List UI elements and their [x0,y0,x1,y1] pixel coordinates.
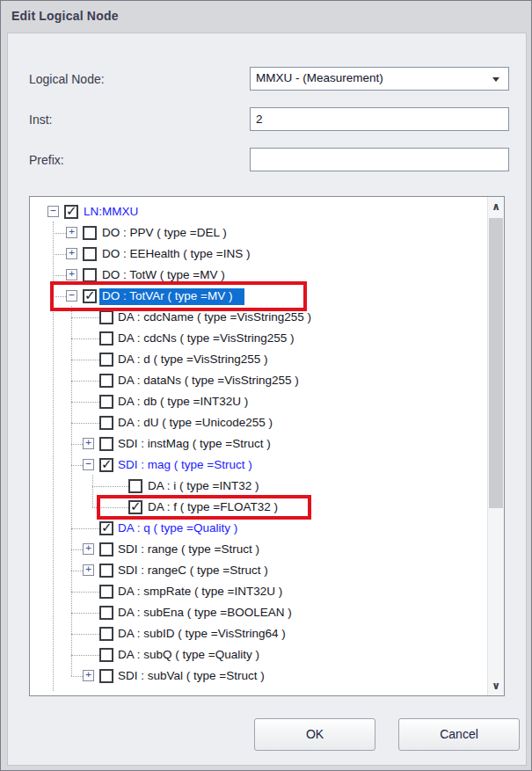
expand-toggle-icon[interactable]: + [66,248,77,259]
tree-row-label[interactable]: DA : smpRate ( type =INT32U ) [118,584,282,600]
checkbox-unchecked[interactable] [99,606,113,620]
checkbox-unchecked[interactable] [99,331,113,345]
tree-row-label[interactable]: SDI : mag ( type =Struct ) [118,457,252,473]
checkbox-unchecked[interactable] [83,247,97,261]
checkbox-checked[interactable] [99,521,113,535]
expand-toggle-icon[interactable]: + [66,269,77,280]
checkbox-unchecked[interactable] [99,395,113,409]
checkbox-unchecked[interactable] [83,226,97,240]
tree-row-label[interactable]: DO : PPV ( type =DEL ) [102,225,227,241]
prefix-field[interactable] [250,148,509,171]
tree-row: DA : subQ ( type =Quality ) [30,644,487,666]
scroll-down-icon[interactable]: ∨ [488,676,504,695]
checkbox-unchecked[interactable] [99,353,113,367]
expand-toggle-icon[interactable]: + [66,227,77,238]
tree-row-label[interactable]: SDI : range ( type =Struct ) [118,542,259,557]
tree-row-label[interactable]: DA : cdcNs ( type =VisString255 ) [118,331,294,346]
inst-label: Inst: [29,113,52,127]
tree-row: DA : dU ( type =Unicode255 ) [30,412,487,433]
cancel-button[interactable]: Cancel [398,718,520,751]
collapse-toggle-icon[interactable]: − [47,206,59,217]
tree-connector-stub [53,233,66,234]
tree-connector-stub [53,254,66,255]
tree-row: +DO : PPV ( type =DEL ) [30,222,487,244]
checkbox-unchecked[interactable] [99,669,113,683]
tree-row-label[interactable]: DA : i ( type =INT32 ) [148,478,259,494]
tree-connector-stub [71,613,99,614]
tree-connector-stub [71,465,83,466]
checkbox-unchecked[interactable] [99,585,113,599]
expand-toggle-icon[interactable]: + [83,543,94,555]
logical-node-label: Logical Node: [29,72,105,86]
checkbox-unchecked[interactable] [83,268,97,282]
tree-row: +SDI : range ( type =Struct ) [30,539,487,560]
tree-row-label[interactable]: DA : dataNs ( type =VisString255 ) [118,373,299,389]
checkbox-unchecked[interactable] [99,542,113,556]
tree-row-label[interactable]: SDI : rangeC ( type =Struct ) [118,563,268,578]
ok-button[interactable]: OK [254,718,375,751]
tree-row: +DO : EEHealth ( type =INS ) [30,244,487,265]
tree-row-label[interactable]: DA : q ( type =Quality ) [118,520,237,536]
tree-row-label[interactable]: LN:MMXU [84,204,138,220]
tree-connector-stub [71,423,99,424]
checkbox-unchecked[interactable] [99,648,113,662]
tree-row-label[interactable]: DA : subID ( type =VisString64 ) [118,626,286,642]
tree-row: DA : d ( type =VisString255 ) [30,349,487,370]
tree-row: +SDI : subVal ( type =Struct ) [30,666,487,687]
inst-field[interactable] [250,107,509,131]
tree-scrollbar[interactable]: ∧ ∨ [487,197,504,695]
checkbox-unchecked[interactable] [99,310,113,324]
tree-row: DA : subID ( type =VisString64 ) [30,623,487,644]
tree-connector-stub [71,402,99,403]
tree-row-label[interactable]: SDI : instMag ( type =Struct ) [118,436,271,452]
tree-row-label[interactable]: DA : d ( type =VisString255 ) [118,352,267,367]
checkbox-unchecked[interactable] [99,437,113,451]
tree-row-label[interactable]: DO : EEHealth ( type =INS ) [102,246,250,262]
edit-logical-node-dialog: Edit Logical Node Logical Node: MMXU - (… [0,0,532,771]
checkbox-checked[interactable] [64,205,78,219]
red-highlight-box-totvar [50,281,307,311]
tree-connector-stub [71,549,83,550]
tree-row: +SDI : rangeC ( type =Struct ) [30,560,487,581]
tree-row-label[interactable]: DA : db ( type =INT32U ) [118,394,248,410]
tree-connector-stub [71,528,99,529]
expand-toggle-icon[interactable]: + [83,564,94,576]
red-highlight-box-f [97,495,311,520]
tree-row-label[interactable]: DA : subQ ( type =Quality ) [118,647,259,663]
dialog-titlebar: Edit Logical Node [1,1,531,33]
tree-connector-stub [71,317,99,318]
tree-row: −SDI : mag ( type =Struct ) [30,455,487,476]
scrollbar-thumb[interactable] [489,218,503,508]
tree-connector-stub [71,592,99,593]
tree-connector-stub [71,360,99,360]
tree-row-label[interactable]: DA : cdcName ( type =VisString255 ) [118,309,311,325]
expand-toggle-icon[interactable]: + [83,438,94,449]
chevron-down-icon[interactable] [492,77,499,82]
scroll-up-icon[interactable]: ∧ [488,197,504,216]
tree-row: DA : q ( type =Quality ) [30,518,487,539]
checkbox-unchecked[interactable] [99,627,113,641]
tree-row-label[interactable]: DA : subEna ( type =BOOLEAN ) [118,605,292,621]
tree-row: DA : db ( type =INT32U ) [30,391,487,412]
tree-connector-stub [53,275,66,276]
checkbox-unchecked[interactable] [99,564,113,578]
prefix-label: Prefix: [29,153,64,167]
tree-connector-stub [92,486,128,487]
expand-toggle-icon[interactable]: + [83,670,94,681]
tree-row: +SDI : instMag ( type =Struct ) [30,433,487,455]
collapse-toggle-icon[interactable]: − [83,459,94,470]
logical-node-combobox[interactable]: MMXU - (Measurement) [250,67,509,91]
checkbox-checked[interactable] [99,458,113,472]
tree-connector-stub [71,676,83,677]
tree-row: DA : cdcNs ( type =VisString255 ) [30,328,487,349]
checkbox-unchecked[interactable] [99,374,113,388]
tree-connector-stub [71,634,99,635]
tree-row-label[interactable]: SDI : subVal ( type =Struct ) [118,668,265,684]
tree-row: DA : i ( type =INT32 ) [30,476,487,497]
tree-connector-stub [71,655,99,656]
logical-node-tree: −LN:MMXU+DO : PPV ( type =DEL )+DO : EEH… [29,196,505,696]
checkbox-unchecked[interactable] [99,416,113,430]
checkbox-unchecked[interactable] [128,479,142,493]
tree-row: DA : smpRate ( type =INT32U ) [30,581,487,602]
tree-row-label[interactable]: DA : dU ( type =Unicode255 ) [118,415,273,431]
